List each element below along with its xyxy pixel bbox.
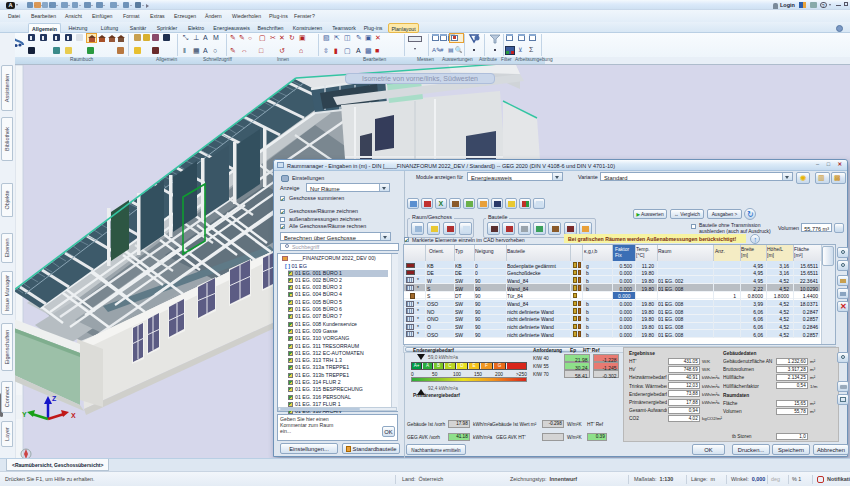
svg-text:X: X (71, 412, 76, 419)
svg-text:Y: Y (22, 411, 27, 418)
svg-text:Z: Z (52, 395, 57, 402)
